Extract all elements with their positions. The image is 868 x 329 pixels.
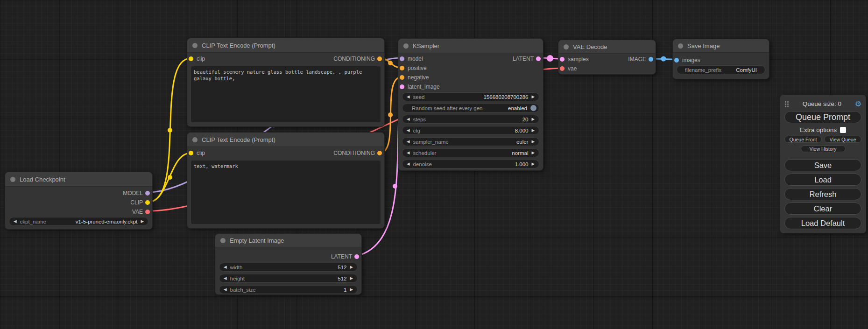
node-title-bar[interactable]: Load Checkpoint <box>5 172 152 187</box>
images-input-slot[interactable] <box>674 58 679 63</box>
collapse-dot-icon[interactable] <box>192 43 198 48</box>
queue-size-label: Queue size: 0 <box>789 100 855 107</box>
height-widget[interactable]: ◀ height 512 ▶ <box>219 274 358 283</box>
decrement-icon[interactable]: ◀ <box>407 128 410 133</box>
refresh-button[interactable]: Refresh <box>784 188 861 200</box>
slot-row: negative <box>398 73 543 82</box>
increment-icon[interactable]: ▶ <box>350 287 353 292</box>
clip-input-slot[interactable] <box>189 151 193 155</box>
node-save-image[interactable]: Save Image images filename_prefix ComfyU… <box>672 39 769 79</box>
vae-input-slot[interactable] <box>560 66 565 71</box>
slot-row: samples IMAGE <box>558 55 656 64</box>
node-load-checkpoint[interactable]: Load Checkpoint MODEL CLIP VAE ◀ ckpt_na… <box>5 172 153 230</box>
node-title-bar[interactable]: Empty Latent Image <box>215 234 361 247</box>
image-output-slot[interactable] <box>649 57 653 62</box>
increment-icon[interactable]: ▶ <box>350 276 353 280</box>
positive-input-slot[interactable] <box>400 66 404 70</box>
clip-input-slot[interactable] <box>189 56 193 61</box>
node-vae-decode[interactable]: VAE Decode samples IMAGE vae <box>558 40 656 75</box>
conditioning-output-slot[interactable] <box>377 151 382 155</box>
drag-handle-icon[interactable] <box>784 101 789 107</box>
latent-image-input-slot[interactable] <box>400 84 404 89</box>
filename-prefix-widget[interactable]: filename_prefix ComfyUI <box>677 65 765 74</box>
increment-icon[interactable]: ▶ <box>350 265 353 269</box>
ckpt-name-widget[interactable]: ◀ ckpt_name v1-5-pruned-emaonly.ckpt ▶ <box>9 217 148 226</box>
seed-widget[interactable]: ◀ seed 156680208700286 ▶ <box>402 92 539 101</box>
clip-output-slot[interactable] <box>145 200 150 205</box>
collapse-dot-icon[interactable] <box>192 137 198 142</box>
increment-icon[interactable]: ▶ <box>531 162 535 166</box>
sampler-name-widget[interactable]: ◀ sampler_name euler ▶ <box>402 137 539 146</box>
collapse-dot-icon[interactable] <box>403 43 409 49</box>
decrement-icon[interactable]: ◀ <box>224 287 227 292</box>
model-input-slot[interactable] <box>400 56 404 61</box>
node-title-bar[interactable]: CLIP Text Encode (Prompt) <box>187 38 384 53</box>
scheduler-widget[interactable]: ◀ scheduler normal ▶ <box>402 148 539 157</box>
decrement-icon[interactable]: ◀ <box>407 95 410 99</box>
node-title: CLIP Text Encode (Prompt) <box>202 42 275 49</box>
decrement-icon[interactable]: ◀ <box>224 265 227 269</box>
model-output-slot[interactable] <box>145 191 150 196</box>
link-midpoint-dot <box>661 56 666 62</box>
link-midpoint-dot <box>388 61 393 65</box>
conditioning-output-slot[interactable] <box>377 56 382 61</box>
increment-icon[interactable]: ▶ <box>531 128 535 133</box>
decrement-icon[interactable]: ◀ <box>224 276 227 280</box>
latent-output-slot[interactable] <box>536 56 541 61</box>
queue-panel[interactable]: Queue size: 0 ⚙ Queue Prompt Extra optio… <box>780 95 866 233</box>
node-clip-text-encode-negative[interactable]: CLIP Text Encode (Prompt) clip CONDITION… <box>187 132 385 229</box>
view-queue-button[interactable]: View Queue <box>824 136 861 143</box>
cfg-widget[interactable]: ◀ cfg 8.000 ▶ <box>402 126 539 135</box>
view-history-button[interactable]: View History <box>801 145 846 152</box>
samples-input-slot[interactable] <box>560 57 565 62</box>
save-button[interactable]: Save <box>784 159 861 171</box>
load-button[interactable]: Load <box>784 174 861 186</box>
node-title-bar[interactable]: KSampler <box>398 39 543 53</box>
decrement-icon[interactable]: ◀ <box>407 117 410 121</box>
prev-value-icon[interactable]: ◀ <box>407 151 410 155</box>
negative-input-slot[interactable] <box>400 75 404 80</box>
negative-prompt-textarea[interactable]: text, watermark <box>191 161 381 224</box>
prev-value-icon[interactable]: ◀ <box>14 219 17 224</box>
width-widget[interactable]: ◀ width 512 ▶ <box>219 263 358 272</box>
toggle-dot-icon[interactable] <box>530 105 536 111</box>
node-title-bar[interactable]: VAE Decode <box>558 40 656 54</box>
increment-icon[interactable]: ▶ <box>531 95 535 99</box>
settings-gear-icon[interactable]: ⚙ <box>855 100 861 108</box>
prev-value-icon[interactable]: ◀ <box>407 140 410 144</box>
decrement-icon[interactable]: ◀ <box>407 162 410 166</box>
node-title-bar[interactable]: Save Image <box>673 39 769 53</box>
positive-prompt-textarea[interactable]: beautiful scenery nature glass bottle la… <box>191 66 381 122</box>
slot-row: MODEL <box>5 189 152 198</box>
latent-output-slot[interactable] <box>354 254 359 259</box>
slot-row: images <box>673 56 769 65</box>
link-midpoint-dot <box>393 184 397 189</box>
queue-prompt-button[interactable]: Queue Prompt <box>784 111 861 123</box>
node-empty-latent-image[interactable]: Empty Latent Image LATENT ◀ width 512 ▶ … <box>215 233 362 295</box>
next-value-icon[interactable]: ▶ <box>141 219 144 224</box>
vae-output-slot[interactable] <box>145 210 150 214</box>
node-title: KSampler <box>413 42 439 49</box>
slot-row: CLIP <box>5 198 152 207</box>
steps-widget[interactable]: ◀ steps 20 ▶ <box>402 115 539 124</box>
node-clip-text-encode-positive[interactable]: CLIP Text Encode (Prompt) clip CONDITION… <box>187 38 385 127</box>
denoise-widget[interactable]: ◀ denoise 1.000 ▶ <box>402 160 539 168</box>
collapse-dot-icon[interactable] <box>10 177 15 182</box>
collapse-dot-icon[interactable] <box>564 44 569 49</box>
node-title-bar[interactable]: CLIP Text Encode (Prompt) <box>187 133 384 147</box>
next-value-icon[interactable]: ▶ <box>531 151 535 155</box>
batch-size-widget[interactable]: ◀ batch_size 1 ▶ <box>219 285 358 294</box>
queue-front-button[interactable]: Queue Front <box>784 136 822 143</box>
collapse-dot-icon[interactable] <box>678 43 683 49</box>
node-ksampler[interactable]: KSampler model LATENT positive negative … <box>398 38 543 171</box>
random-seed-toggle-widget[interactable]: Random seed after every gen enabled <box>402 104 539 112</box>
load-default-button[interactable]: Load Default <box>784 217 861 229</box>
slot-row: VAE <box>5 207 152 217</box>
next-value-icon[interactable]: ▶ <box>531 140 535 144</box>
increment-icon[interactable]: ▶ <box>531 117 535 121</box>
collapse-dot-icon[interactable] <box>220 238 226 243</box>
node-title: CLIP Text Encode (Prompt) <box>202 136 275 143</box>
extra-options-checkbox[interactable] <box>840 127 846 133</box>
slot-row: model LATENT <box>398 54 543 63</box>
clear-button[interactable]: Clear <box>784 203 861 215</box>
